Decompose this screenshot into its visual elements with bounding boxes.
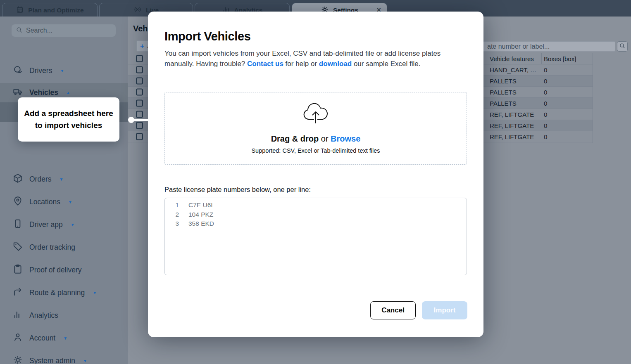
- sidebar-item-route-planning[interactable]: Route & planning ▼: [0, 284, 128, 302]
- plus-icon: +: [140, 42, 144, 50]
- browse-link[interactable]: Browse: [331, 134, 360, 143]
- select-all-checkbox[interactable]: [136, 55, 143, 62]
- line-number: 2: [172, 211, 179, 218]
- boxes-cell: 0: [544, 89, 547, 96]
- table-right-border: [593, 53, 593, 143]
- sidebar: Drivers ▼ Vehicles ▲ Vehicles Orders ▼ L…: [0, 17, 128, 364]
- chevron-up-icon: ▲: [66, 90, 70, 95]
- tooltip-connector-line: [131, 119, 148, 121]
- supported-files-text: Supported: CSV, Excel or Tab-delimited t…: [165, 147, 467, 154]
- contact-us-link[interactable]: Contact us: [247, 60, 283, 68]
- row-checkbox[interactable]: [136, 111, 143, 118]
- sidebar-item-label: System admin: [29, 357, 75, 364]
- sidebar-item-order-tracking[interactable]: Order tracking: [0, 238, 128, 256]
- package-box-icon: [12, 173, 23, 186]
- row-checkbox[interactable]: [136, 133, 143, 140]
- dropzone-text: Drag & drop or Browse: [165, 134, 467, 144]
- bar-chart-icon: [12, 309, 23, 322]
- import-button[interactable]: Import: [422, 301, 467, 319]
- sidebar-item-orders[interactable]: Orders ▼: [0, 170, 128, 188]
- sidebar-search[interactable]: [12, 24, 116, 37]
- vehicle-features-cell: REF, LIFTGATE: [490, 122, 534, 129]
- sidebar-item-label: Driver app: [29, 220, 63, 229]
- row-checkbox[interactable]: [136, 122, 143, 129]
- vehicle-features-cell: HAND_CART, …: [490, 66, 536, 73]
- search-icon: [619, 43, 626, 51]
- driver-cap-icon: [12, 64, 23, 77]
- license-plate-textarea[interactable]: 1 C7E U6I 2 104 PKZ 3 358 EKD: [164, 198, 467, 275]
- line-number: 1: [172, 201, 179, 209]
- column-divider: [541, 53, 542, 64]
- vehicle-features-cell: REF, LIFTGATE: [490, 111, 534, 118]
- sidebar-item-system-admin[interactable]: System admin ▼: [0, 352, 128, 364]
- vehicle-features-cell: PALLETS: [490, 78, 517, 85]
- line-number: 3: [172, 220, 179, 227]
- tooltip-text-line2: to import vehicles: [22, 119, 115, 131]
- tab-label: Plan and Optimize: [28, 7, 83, 14]
- row-checkbox[interactable]: [136, 89, 143, 96]
- map-pin-icon: [12, 196, 23, 208]
- boxes-cell: 0: [544, 133, 547, 140]
- sidebar-item-label: Order tracking: [29, 243, 75, 252]
- description-text: our sample Excel file.: [352, 60, 420, 68]
- sidebar-search-input[interactable]: [26, 27, 112, 34]
- search-icon: [16, 26, 23, 35]
- or-label: or: [319, 134, 331, 143]
- chevron-down-icon: ▼: [63, 336, 67, 340]
- person-icon: [12, 332, 23, 345]
- column-header-boxes: Boxes [box]: [544, 55, 576, 62]
- sidebar-item-label: Account: [29, 334, 55, 343]
- tag-icon: [12, 241, 23, 254]
- vehicle-features-cell: PALLETS: [490, 89, 517, 96]
- chevron-down-icon: ▼: [71, 222, 75, 227]
- description-text: for help or: [283, 60, 319, 68]
- modal-title: Import Vehicles: [164, 30, 250, 43]
- sidebar-item-account[interactable]: Account ▼: [0, 329, 128, 347]
- plate-line: 3 358 EKD: [165, 220, 467, 229]
- clipboard-icon: [12, 264, 23, 277]
- sidebar-item-label: Drivers: [29, 66, 52, 75]
- plate-line: 2 104 PKZ: [165, 211, 467, 220]
- chevron-down-icon: ▼: [60, 69, 64, 73]
- boxes-cell: 0: [544, 66, 547, 73]
- route-arrow-icon: [12, 286, 23, 299]
- sidebar-item-label: Analytics: [29, 311, 58, 320]
- sidebar-item-locations[interactable]: Locations ▼: [0, 193, 128, 211]
- sidebar-item-drivers[interactable]: Drivers ▼: [0, 61, 128, 80]
- gear-icon: [12, 355, 23, 364]
- drag-drop-label: Drag & drop: [271, 134, 319, 143]
- plate-value: C7E U6I: [188, 201, 213, 209]
- sidebar-item-label: Vehicles: [29, 88, 58, 97]
- boxes-cell: 0: [544, 111, 547, 118]
- chevron-down-icon: ▼: [93, 291, 97, 295]
- column-header-vehicle-features: Vehicle features: [490, 55, 534, 62]
- sidebar-item-label: Proof of delivery: [29, 266, 81, 274]
- download-link[interactable]: download: [319, 60, 352, 68]
- phone-icon: [12, 218, 23, 231]
- vehicle-search-button[interactable]: [617, 41, 628, 52]
- tab-plan-and-optimize[interactable]: Plan and Optimize: [2, 3, 98, 17]
- vehicle-search-input[interactable]: [466, 41, 615, 52]
- vehicle-features-cell: REF, LIFTGATE: [490, 133, 534, 140]
- plate-value: 358 EKD: [188, 220, 214, 227]
- row-checkbox[interactable]: [136, 66, 143, 73]
- row-checkbox[interactable]: [136, 100, 143, 107]
- plate-line: 1 C7E U6I: [165, 201, 467, 211]
- boxes-cell: 0: [544, 122, 547, 129]
- cloud-upload-icon: [300, 100, 331, 126]
- sidebar-item-proof-of-delivery[interactable]: Proof of delivery: [0, 261, 128, 279]
- vehicle-features-cell: PALLETS: [490, 100, 517, 107]
- row-checkbox[interactable]: [136, 78, 143, 85]
- file-dropzone[interactable]: Drag & drop or Browse Supported: CSV, Ex…: [164, 92, 467, 165]
- sidebar-item-label: Route & planning: [29, 288, 85, 297]
- sidebar-item-analytics[interactable]: Analytics: [0, 306, 128, 324]
- chevron-down-icon: ▼: [59, 177, 63, 182]
- chevron-down-icon: ▼: [83, 359, 87, 363]
- import-vehicles-modal: Import Vehicles You can import vehicles …: [148, 12, 483, 337]
- cancel-button[interactable]: Cancel: [370, 301, 416, 319]
- live-broadcast-icon: [133, 5, 142, 15]
- sidebar-item-driver-app[interactable]: Driver app ▼: [0, 215, 128, 234]
- tooltip-text-line1: Add a spreadsheet here: [22, 107, 115, 119]
- sidebar-item-label: Orders: [29, 175, 51, 184]
- paste-plates-label: Paste license plate numbers below, one p…: [164, 186, 311, 194]
